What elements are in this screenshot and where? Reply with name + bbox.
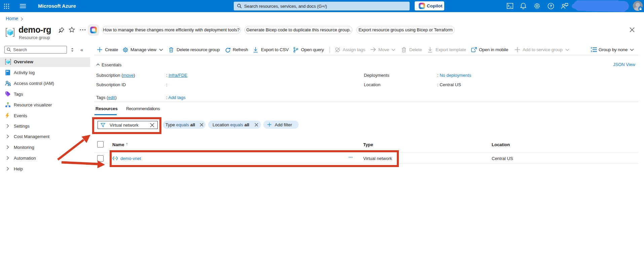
- svg-text:?: ?: [550, 4, 552, 8]
